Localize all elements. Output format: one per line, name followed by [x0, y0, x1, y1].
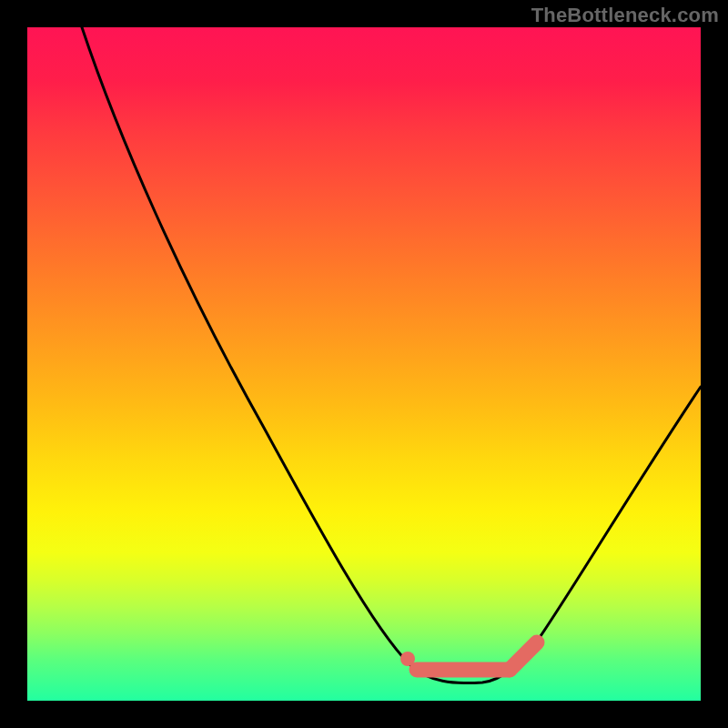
marker-hook: [510, 642, 537, 670]
curve-layer: [27, 27, 701, 701]
main-curve: [82, 27, 701, 683]
watermark-text: TheBottleneck.com: [531, 4, 719, 27]
chart-frame: TheBottleneck.com: [0, 0, 728, 728]
plot-area: [27, 27, 701, 701]
